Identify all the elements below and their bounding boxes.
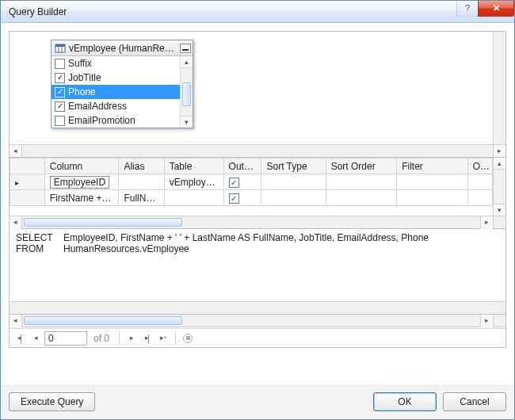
- table-icon: [55, 43, 66, 54]
- cell-table[interactable]: vEmploye...: [164, 174, 223, 190]
- nav-of-label: of 0: [89, 333, 114, 344]
- checkbox-icon[interactable]: [55, 87, 65, 97]
- grid-header-sort-type[interactable]: Sort Type: [261, 158, 326, 174]
- results-pane: ◂ ▸ ◂| ◂ of 0 ▸ ▸| ▸*: [9, 315, 506, 348]
- scroll-up-icon[interactable]: ▴: [181, 56, 193, 68]
- table-column-list[interactable]: Suffix JobTitle Phone: [52, 56, 193, 128]
- checkbox-icon[interactable]: [55, 73, 65, 83]
- grid-vscrollbar[interactable]: ▴ ▾: [493, 158, 505, 216]
- sql-keyword-from: FROM: [16, 243, 63, 254]
- scroll-thumb[interactable]: [24, 218, 182, 227]
- scroll-down-icon[interactable]: ▾: [181, 116, 193, 128]
- sql-hscrollbar[interactable]: [10, 301, 505, 314]
- column-label: Phone: [68, 86, 96, 97]
- scroll-down-icon[interactable]: ▾: [494, 204, 505, 216]
- grid-header-output[interactable]: Outp...: [223, 158, 261, 174]
- cell-filter[interactable]: [397, 174, 468, 190]
- cell-alias[interactable]: [119, 174, 164, 190]
- scroll-thumb[interactable]: [24, 316, 182, 325]
- svg-rect-1: [55, 44, 65, 47]
- criteria-grid[interactable]: Column Alias Table Outp... Sort Type Sor…: [10, 158, 493, 206]
- scroll-up-icon[interactable]: ▴: [494, 158, 505, 170]
- close-button[interactable]: ✕: [478, 1, 514, 17]
- checkbox-icon: [229, 193, 239, 204]
- scroll-thumb[interactable]: [182, 82, 191, 106]
- column-label: EmailAddress: [68, 101, 127, 112]
- results-hscrollbar[interactable]: ◂ ▸: [10, 315, 493, 327]
- column-label: JobTitle: [68, 72, 101, 83]
- ok-button[interactable]: OK: [373, 392, 437, 411]
- table-window-vemployee[interactable]: vEmployee (HumanResou... Suffix JobTitle: [51, 40, 193, 128]
- grid-header-filter[interactable]: Filter: [397, 158, 468, 174]
- nav-stop-icon[interactable]: [181, 331, 195, 346]
- scroll-left-icon[interactable]: ◂: [10, 315, 22, 327]
- scroll-corner: [493, 315, 505, 327]
- window-title: Query Builder: [9, 6, 457, 17]
- nav-last-icon[interactable]: ▸|: [140, 331, 154, 346]
- column-label: EmailPromotion: [68, 115, 135, 126]
- column-item-suffix[interactable]: Suffix: [52, 56, 193, 71]
- cell-sort-type[interactable]: [261, 174, 326, 190]
- grid-header-or[interactable]: Or...: [467, 158, 492, 174]
- table-window-header[interactable]: vEmployee (HumanResou...: [52, 40, 193, 56]
- query-builder-window: Query Builder ? ✕: [0, 0, 515, 420]
- minimize-icon[interactable]: [180, 44, 191, 53]
- scroll-right-icon[interactable]: ▸: [493, 145, 505, 158]
- sql-keyword-select: SELECT: [16, 232, 63, 243]
- grid-header-table[interactable]: Table: [164, 158, 223, 174]
- grid-row[interactable]: FirstName + ' ... FullNa...: [10, 190, 493, 206]
- scroll-left-icon[interactable]: ◂: [10, 145, 22, 158]
- column-item-emailaddress[interactable]: EmailAddress: [52, 99, 193, 113]
- column-item-emailpromotion[interactable]: EmailPromotion: [52, 113, 193, 128]
- cell-sort-order[interactable]: [326, 190, 397, 206]
- grid-hscrollbar[interactable]: ◂ ▸: [10, 216, 493, 228]
- column-item-jobtitle[interactable]: JobTitle: [52, 71, 193, 85]
- scroll-right-icon[interactable]: ▸: [480, 216, 493, 229]
- cell-alias[interactable]: FullNa...: [119, 190, 164, 206]
- nav-first-icon[interactable]: ◂|: [13, 331, 27, 346]
- client-area: vEmployee (HumanResou... Suffix JobTitle: [1, 23, 514, 384]
- grid-header-sort-order[interactable]: Sort Order: [326, 158, 397, 174]
- cell-sort-type[interactable]: [261, 190, 326, 206]
- row-pointer-icon[interactable]: [10, 174, 45, 190]
- nav-new-icon[interactable]: ▸*: [156, 331, 170, 346]
- grid-header-row: Column Alias Table Outp... Sort Type Sor…: [10, 158, 493, 174]
- cell-or[interactable]: [467, 190, 492, 206]
- diagram-hscrollbar[interactable]: ◂ ▸: [10, 144, 505, 157]
- help-button[interactable]: ?: [456, 1, 479, 17]
- table-window-scrollbar[interactable]: ▴ ▾: [180, 56, 193, 128]
- execute-query-button[interactable]: Execute Query: [9, 392, 95, 411]
- grid-row[interactable]: EmployeeID vEmploye...: [10, 174, 493, 190]
- diagram-vscrollbar[interactable]: [493, 32, 505, 144]
- cell-output[interactable]: [223, 174, 261, 190]
- checkbox-icon[interactable]: [55, 116, 65, 126]
- cell-column[interactable]: FirstName + ' ...: [44, 190, 119, 206]
- nav-next-icon[interactable]: ▸: [124, 331, 139, 346]
- diagram-pane[interactable]: vEmployee (HumanResou... Suffix JobTitle: [9, 31, 506, 158]
- scroll-right-icon[interactable]: ▸: [480, 315, 493, 327]
- record-navigator: ◂| ◂ of 0 ▸ ▸| ▸*: [10, 328, 505, 347]
- cell-column[interactable]: EmployeeID: [44, 174, 119, 190]
- nav-prev-icon[interactable]: ◂: [29, 331, 43, 346]
- cell-filter[interactable]: [397, 190, 468, 206]
- grid-header-column[interactable]: Column: [44, 158, 119, 174]
- row-header[interactable]: [10, 190, 45, 206]
- column-item-phone[interactable]: Phone: [52, 85, 193, 99]
- table-window-title: vEmployee (HumanResou...: [69, 43, 178, 54]
- cell-sort-order[interactable]: [326, 174, 397, 190]
- sql-select-body: EmployeeID, FirstName + ' ' + LastName A…: [63, 232, 429, 243]
- cancel-button[interactable]: Cancel: [443, 392, 506, 411]
- scroll-left-icon[interactable]: ◂: [10, 216, 22, 229]
- sql-from-body: HumanResources.vEmployee: [63, 243, 189, 254]
- cell-or[interactable]: [467, 174, 492, 190]
- cell-table[interactable]: [164, 190, 223, 206]
- cell-output[interactable]: [223, 190, 261, 206]
- checkbox-icon: [229, 178, 239, 188]
- titlebar[interactable]: Query Builder ? ✕: [1, 1, 514, 23]
- nav-position-input[interactable]: [44, 331, 87, 346]
- checkbox-icon[interactable]: [55, 59, 65, 69]
- checkbox-icon[interactable]: [55, 101, 65, 112]
- grid-header-alias[interactable]: Alias: [119, 158, 164, 174]
- criteria-grid-pane[interactable]: Column Alias Table Outp... Sort Type Sor…: [9, 158, 506, 229]
- sql-pane[interactable]: SELECT EmployeeID, FirstName + ' ' + Las…: [9, 229, 506, 315]
